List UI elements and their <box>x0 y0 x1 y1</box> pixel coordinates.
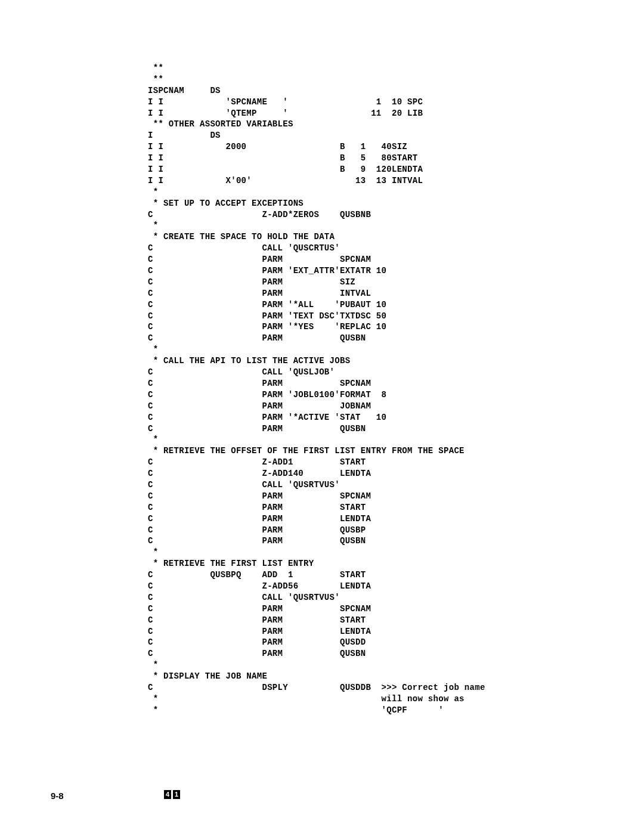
footer-digit-2: 1 <box>173 790 180 799</box>
footer-digit-1: 4 <box>164 790 171 799</box>
footer-icons: 4 1 <box>164 790 180 799</box>
page-number: 9-8 <box>51 790 64 802</box>
code-listing: ** ** ISPCNAM DS I I 'SPCNAME ' 1 10 SPC… <box>148 63 485 716</box>
